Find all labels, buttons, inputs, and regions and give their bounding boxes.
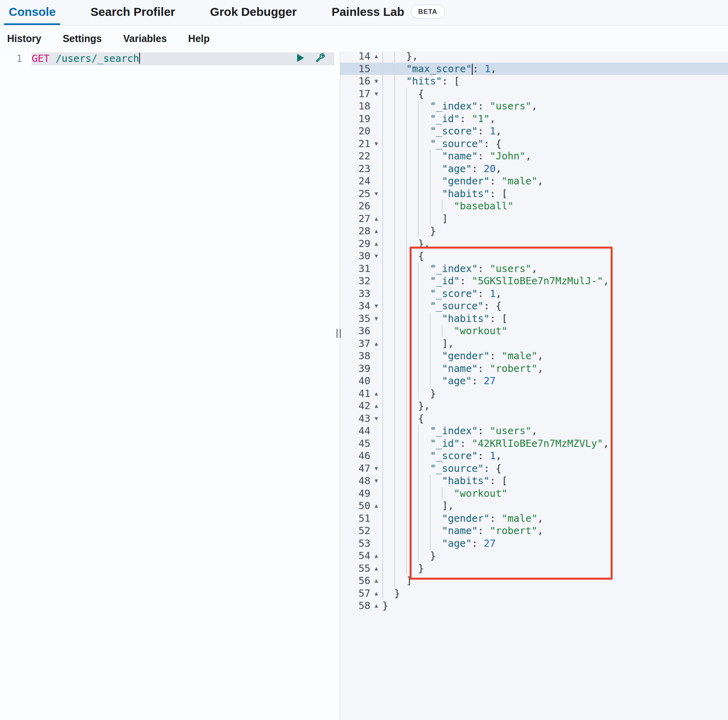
indent-guide xyxy=(394,150,406,163)
fold-spacer xyxy=(370,325,382,337)
menu-item-help[interactable]: Help xyxy=(188,33,210,44)
fold-toggle-icon[interactable]: ▾ xyxy=(370,88,382,100)
fold-toggle-icon[interactable]: ▾ xyxy=(370,475,382,487)
indent-guide xyxy=(418,437,430,450)
indent-guide xyxy=(430,200,442,213)
code-line: ], xyxy=(382,500,728,512)
text-caret xyxy=(139,53,140,64)
response-line: 49"workout" xyxy=(340,487,728,500)
indent-guide xyxy=(418,387,430,400)
indent-guide xyxy=(418,188,430,200)
fold-toggle-icon[interactable]: ▾ xyxy=(370,250,382,262)
fold-toggle-icon[interactable]: ▴ xyxy=(370,574,382,587)
indent-guide xyxy=(382,512,394,525)
fold-toggle-icon[interactable]: ▴ xyxy=(370,500,382,512)
fold-toggle-icon[interactable]: ▾ xyxy=(370,138,382,150)
play-icon[interactable] xyxy=(295,53,306,63)
indent-guide xyxy=(394,237,406,250)
beta-badge: BETA xyxy=(411,5,445,19)
tab-grok-debugger[interactable]: Grok Debugger xyxy=(205,0,301,25)
fold-toggle-icon[interactable]: ▴ xyxy=(370,562,382,575)
indent-guide xyxy=(382,275,394,287)
menu-item-history[interactable]: History xyxy=(7,33,41,44)
indent-guide xyxy=(406,225,418,237)
indent-guide xyxy=(442,487,454,500)
menu-item-settings[interactable]: Settings xyxy=(63,33,102,44)
code-line: } xyxy=(382,550,728,562)
fold-toggle-icon[interactable]: ▴ xyxy=(370,337,382,350)
indent-guide xyxy=(406,400,418,412)
panel-resize-handle[interactable] xyxy=(337,329,341,338)
fold-spacer xyxy=(370,200,382,213)
response-line: 16▾"hits": [ xyxy=(340,75,728,88)
fold-spacer xyxy=(370,113,382,125)
code-line: "_source": { xyxy=(382,300,728,312)
line-number: 39 xyxy=(340,362,370,375)
indent-guide xyxy=(406,150,418,163)
indent-guide xyxy=(406,425,418,437)
indent-guide xyxy=(406,88,418,100)
indent-guide xyxy=(394,200,406,213)
response-line: 53"age": 27 xyxy=(340,537,728,550)
indent-guide xyxy=(394,537,406,550)
indent-guide xyxy=(394,262,406,275)
indent-guide xyxy=(406,138,418,150)
request-editor-panel[interactable]: 1 GET /users/_search xyxy=(0,52,340,720)
response-line: 17▾{ xyxy=(340,88,728,100)
indent-guide xyxy=(394,475,406,487)
fold-toggle-icon[interactable]: ▾ xyxy=(370,312,382,325)
tab-console[interactable]: Console xyxy=(4,0,60,25)
indent-guide xyxy=(382,574,394,587)
fold-toggle-icon[interactable]: ▴ xyxy=(370,213,382,225)
fold-toggle-icon[interactable]: ▴ xyxy=(370,237,382,250)
menu-item-variables[interactable]: Variables xyxy=(123,33,167,44)
tab-console-label: Console xyxy=(9,5,56,19)
tab-painless-lab[interactable]: Painless Lab BETA xyxy=(327,0,450,25)
indent-guide xyxy=(418,312,430,325)
indent-guide xyxy=(394,337,406,350)
indent-guide xyxy=(418,325,430,337)
fold-toggle-icon[interactable]: ▴ xyxy=(370,550,382,562)
indent-guide xyxy=(382,400,394,412)
indent-guide xyxy=(382,500,394,512)
indent-guide xyxy=(406,300,418,312)
request-line[interactable]: 1 GET /users/_search xyxy=(0,52,340,65)
fold-toggle-icon[interactable]: ▴ xyxy=(370,400,382,412)
line-number: 44 xyxy=(340,425,370,437)
line-number: 17 xyxy=(340,88,370,100)
indent-guide xyxy=(406,287,418,300)
console-menu-bar: History Settings Variables Help xyxy=(0,25,728,52)
fold-toggle-icon[interactable]: ▴ xyxy=(370,52,382,63)
fold-spacer xyxy=(370,100,382,113)
indent-guide xyxy=(382,63,394,75)
fold-toggle-icon[interactable]: ▾ xyxy=(370,300,382,312)
line-number: 43 xyxy=(340,412,370,425)
indent-guide xyxy=(418,337,430,350)
response-line: 29▴}, xyxy=(340,237,728,250)
fold-toggle-icon[interactable]: ▴ xyxy=(370,387,382,400)
indent-guide xyxy=(382,300,394,312)
indent-guide xyxy=(382,287,394,300)
fold-toggle-icon[interactable]: ▾ xyxy=(370,462,382,475)
response-panel[interactable]: 14▴},15"max_score": 1,16▾"hits": [17▾{18… xyxy=(340,52,728,720)
fold-toggle-icon[interactable]: ▴ xyxy=(370,587,382,600)
indent-guide xyxy=(382,225,394,237)
fold-toggle-icon[interactable]: ▴ xyxy=(370,225,382,237)
indent-guide xyxy=(418,262,430,275)
wrench-icon[interactable] xyxy=(315,53,326,63)
fold-toggle-icon[interactable]: ▾ xyxy=(370,412,382,425)
fold-toggle-icon[interactable]: ▾ xyxy=(370,188,382,200)
indent-guide xyxy=(418,375,430,387)
fold-toggle-icon[interactable]: ▾ xyxy=(370,75,382,88)
fold-toggle-icon[interactable]: ▴ xyxy=(370,599,382,612)
indent-guide xyxy=(382,550,394,562)
indent-guide xyxy=(382,175,394,188)
tab-search-profiler[interactable]: Search Profiler xyxy=(86,0,180,25)
line-number: 38 xyxy=(340,350,370,362)
indent-guide xyxy=(406,175,418,188)
indent-guide xyxy=(418,225,430,237)
indent-guide xyxy=(418,175,430,188)
indent-guide xyxy=(430,337,442,350)
line-number: 46 xyxy=(340,450,370,462)
indent-guide xyxy=(418,462,430,475)
